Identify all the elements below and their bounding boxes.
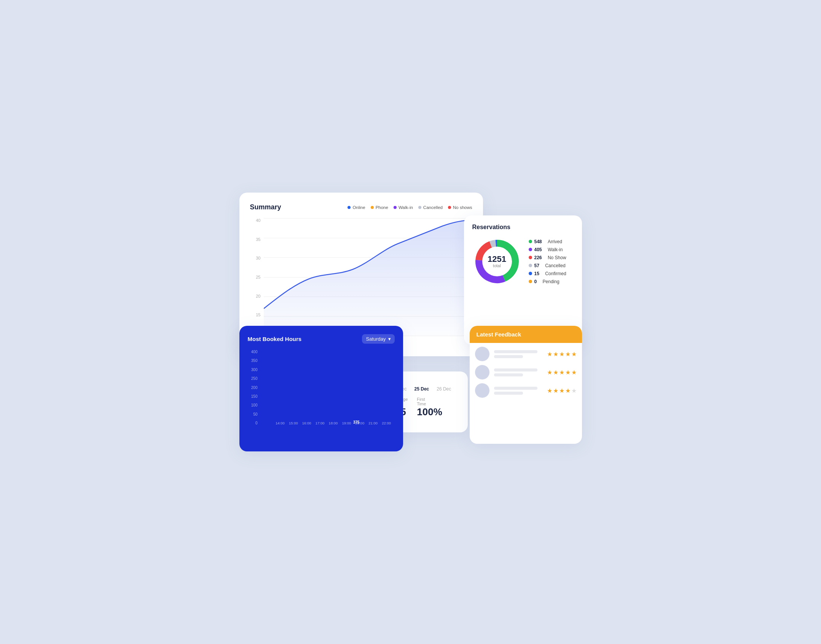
dashboard-scene: Summary OnlinePhoneWalk-inCancelledNo sh… [239,193,582,451]
bar-x-label: 17:00 [313,421,327,425]
bar-x-label: 16:00 [300,421,313,425]
legend-dot [448,206,451,209]
bar-x-label: 18:00 [327,421,340,425]
bar-y-label: 250 [248,376,258,381]
legend-dot [348,206,351,209]
res-count: 226 [534,255,542,260]
feedback-item: ★★★★★ [475,365,577,379]
res-count: 0 [534,279,537,284]
star-icon: ★ [553,351,558,358]
legend-item: Online [348,205,365,210]
y-axis-label: 35 [250,237,261,242]
feedback-line [494,368,537,371]
bar-y-label: 200 [248,386,258,390]
res-legend-item: 57 Cancelled [529,263,566,268]
chevron-down-icon: ▾ [388,336,391,342]
line-chart-inner [264,218,472,336]
first-time-label: FirstTime [417,397,442,406]
feedback-line [494,392,523,395]
star-icon: ★ [559,369,564,376]
feedback-avatar [475,365,489,379]
reservations-body: 1251 total 548 Arrived405 Walk-in226 No … [472,237,574,286]
bars-row: 375 [260,350,395,425]
legend-label: No shows [453,205,472,210]
feedback-avatar [475,347,489,361]
res-label: Arrived [548,239,562,244]
res-label: No Show [548,255,566,260]
stats-date: 26 Dec [437,386,451,392]
res-dot [529,280,532,283]
res-dot [529,256,532,259]
res-label: Pending [543,279,560,284]
bar-x-label: 14:00 [274,421,287,425]
summary-legend: OnlinePhoneWalk-inCancelledNo shows [348,205,472,210]
stats-date: 25 Dec [414,386,429,392]
legend-label: Phone [376,205,388,210]
bar-chart-inner: 375 14:0015:0016:0017:0018:0019:0020:002… [260,350,395,425]
res-label: Cancelled [545,263,565,268]
feedback-header: Latest Feedback [470,326,582,343]
bar-y-label: 300 [248,368,258,372]
res-dot [529,264,532,267]
star-icon: ★ [571,369,577,376]
bar-x-label: 22:00 [380,421,393,425]
y-axis-label: 15 [250,312,261,317]
feedback-line [494,373,523,376]
y-axis-labels: 40353025201510 [250,218,261,344]
y-axis-label: 20 [250,294,261,298]
star-icon: ★ [547,351,552,358]
star-icon: ★ [547,369,552,376]
res-count: 548 [534,239,542,244]
legend-dot [418,206,421,209]
legend-dot [394,206,397,209]
res-legend-item: 405 Walk-in [529,247,566,252]
feedback-list: ★★★★★ ★★★★★ ★★★★★ [470,343,582,402]
legend-dot [371,206,374,209]
feedback-line [494,350,537,353]
legend-item: Cancelled [418,205,443,210]
star-icon: ★ [559,351,564,358]
feedback-title: Latest Feedback [477,331,521,338]
star-icon: ★ [553,369,558,376]
bar-y-labels: 400350300250200150100500 [248,350,258,434]
donut-total: 1251 [488,255,506,263]
reservations-title: Reservations [472,224,574,231]
bar-y-label: 100 [248,403,258,407]
booked-title: Most Booked Hours [248,336,302,342]
star-icon: ★ [571,387,577,394]
legend-item: Walk-in [394,205,413,210]
feedback-card: Latest Feedback ★★★★★ ★★★★★ ★★★★★ [470,326,582,444]
feedback-lines [494,387,542,395]
feedback-lines [494,368,542,376]
feedback-item: ★★★★★ [475,383,577,398]
day-selector[interactable]: Saturday ▾ [362,334,394,344]
bar-x-label: 20:00 [353,421,367,425]
donut-label: total [493,263,501,268]
bar-x-label: 15:00 [287,421,300,425]
star-icon: ★ [565,387,571,394]
legend-label: Online [352,205,365,210]
legend-item: Phone [371,205,388,210]
star-icon: ★ [565,351,571,358]
bar-y-label: 50 [248,412,258,416]
booked-hours-card: Most Booked Hours Saturday ▾ 40035030025… [239,326,403,451]
bar-y-label: 0 [248,421,258,425]
y-axis-label: 25 [250,275,261,279]
star-icon: ★ [553,387,558,394]
bar-y-label: 150 [248,394,258,399]
summary-title: Summary [250,203,281,211]
res-legend-item: 548 Arrived [529,239,566,244]
legend-label: Walk-in [399,205,413,210]
res-label: Confirmed [545,271,566,276]
bar-y-label: 350 [248,359,258,363]
res-label: Walk-in [548,247,563,252]
res-dot [529,240,532,243]
line-chart-svg [264,218,472,336]
res-legend-item: 15 Confirmed [529,271,566,276]
bar-x-labels: 14:0015:0016:0017:0018:0019:0020:0021:00… [272,421,395,425]
res-count: 57 [534,263,539,268]
res-dot [529,272,532,275]
first-time-value: 100% [417,406,442,418]
star-rating: ★★★★★ [547,369,577,376]
res-legend-item: 0 Pending [529,279,566,284]
